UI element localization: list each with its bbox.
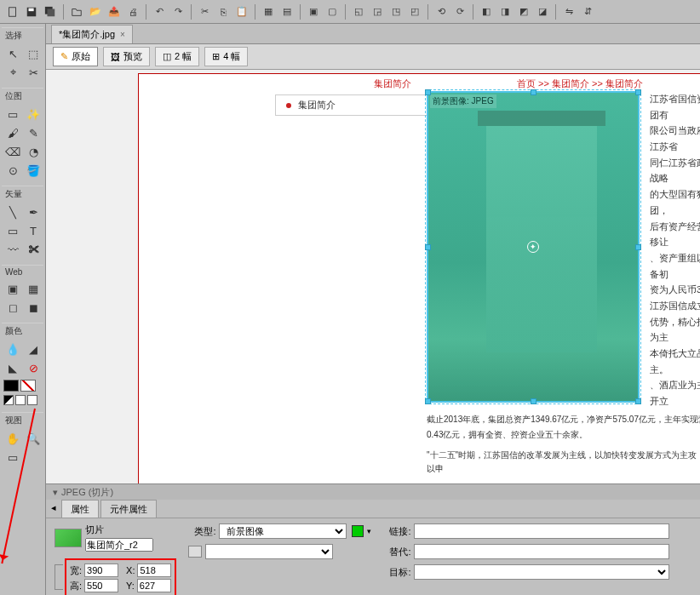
- hotspot-tool-icon[interactable]: ▣: [3, 280, 22, 297]
- save-all-icon[interactable]: [43, 4, 58, 20]
- pointer-tool-icon[interactable]: ↖: [3, 45, 22, 62]
- rotate-left-icon[interactable]: ⟲: [433, 4, 449, 20]
- resize-handle-w[interactable]: [425, 244, 431, 250]
- swatch-none[interactable]: [20, 380, 36, 392]
- resize-handle-sw[interactable]: [425, 398, 431, 404]
- new-icon[interactable]: [5, 4, 20, 20]
- expand-icon[interactable]: ◂: [46, 500, 61, 518]
- line-tool-icon[interactable]: ╲: [3, 203, 22, 220]
- rotate-right-icon[interactable]: ⟳: [452, 4, 468, 20]
- group-icon[interactable]: ▣: [306, 4, 321, 20]
- ungroup-icon[interactable]: ▢: [324, 4, 340, 20]
- slice-tool-icon[interactable]: ▦: [24, 280, 43, 297]
- swatch-black[interactable]: [3, 380, 19, 392]
- save-icon[interactable]: [24, 4, 39, 20]
- alt-input[interactable]: [414, 544, 669, 559]
- swatch-swap[interactable]: [15, 395, 26, 405]
- 4up-icon: ⊞: [212, 51, 220, 62]
- fill-tool-icon[interactable]: 🪣: [24, 162, 43, 179]
- rect-tool-icon[interactable]: ▭: [3, 222, 22, 239]
- back-icon[interactable]: ◰: [407, 4, 422, 20]
- tab-properties[interactable]: 属性: [61, 500, 99, 518]
- resize-handle-se[interactable]: [635, 398, 641, 404]
- front-icon[interactable]: ◱: [351, 4, 366, 20]
- resize-handle-e[interactable]: [635, 244, 641, 250]
- view-4up-button[interactable]: ⊞ 4 幅: [204, 47, 248, 66]
- marquee-tool-icon[interactable]: ▭: [3, 106, 22, 123]
- forward-icon[interactable]: ◲: [370, 4, 385, 20]
- view-original-button[interactable]: ✎ 原始: [53, 47, 98, 66]
- stroke-color-icon[interactable]: ◢: [24, 340, 43, 358]
- target-select[interactable]: [414, 564, 669, 580]
- print-icon[interactable]: 🖨: [125, 4, 141, 20]
- no-color-icon[interactable]: ⊘: [24, 359, 43, 376]
- cut-icon[interactable]: ✂: [197, 4, 212, 20]
- freeform-tool-icon[interactable]: 〰: [3, 241, 22, 258]
- align-icon[interactable]: ▦: [261, 4, 276, 20]
- side-menu: 集团简介: [275, 94, 428, 116]
- file-tab[interactable]: *集团简介.jpg ×: [51, 25, 133, 43]
- swatch-nocolor[interactable]: [27, 395, 37, 405]
- image-icon: 🖼: [111, 52, 120, 62]
- selected-slice[interactable]: 前景图像: JPEG ✦: [427, 91, 640, 403]
- height-input[interactable]: [84, 579, 118, 592]
- subselect-tool-icon[interactable]: ⬚: [24, 45, 43, 62]
- y-input[interactable]: [137, 579, 171, 592]
- path-op3-icon[interactable]: ◩: [516, 4, 531, 20]
- hand-tool-icon[interactable]: ✋: [3, 430, 22, 447]
- swatch-default[interactable]: [3, 395, 14, 405]
- fill-color-icon[interactable]: ◣: [3, 359, 22, 376]
- resize-handle-ne[interactable]: [635, 89, 641, 95]
- path-op4-icon[interactable]: ◪: [535, 4, 550, 20]
- eyedropper-icon[interactable]: 💧: [3, 340, 22, 358]
- stamp-tool-icon[interactable]: ⊙: [3, 162, 22, 179]
- tab-component[interactable]: 元件属性: [100, 500, 157, 518]
- flip-h-icon[interactable]: ⇋: [561, 4, 577, 20]
- distribute-icon[interactable]: ▤: [279, 4, 295, 20]
- brush-tool-icon[interactable]: 🖌: [3, 124, 22, 141]
- open-icon[interactable]: [69, 4, 84, 20]
- blur-tool-icon[interactable]: ◔: [24, 143, 43, 160]
- show-slice-icon[interactable]: ◼: [24, 299, 43, 316]
- flip-v-icon[interactable]: ⇵: [580, 4, 595, 20]
- x-input[interactable]: [137, 564, 171, 577]
- view-2up-button[interactable]: ◫ 2 幅: [155, 47, 199, 66]
- 2up-icon: ◫: [163, 51, 171, 62]
- lock-aspect-icon[interactable]: [55, 564, 63, 590]
- crop-tool-icon[interactable]: ✂: [24, 64, 43, 81]
- wand-tool-icon[interactable]: ✨: [24, 106, 43, 123]
- undo-icon[interactable]: ↶: [152, 4, 167, 20]
- export-icon[interactable]: 📤: [106, 4, 122, 20]
- type-select[interactable]: 前景图像: [219, 523, 347, 539]
- redo-icon[interactable]: ↷: [170, 4, 186, 20]
- paste-icon[interactable]: 📋: [234, 4, 250, 20]
- backward-icon[interactable]: ◳: [388, 4, 404, 20]
- lasso-tool-icon[interactable]: ⌖: [3, 64, 22, 81]
- resize-handle-nw[interactable]: [425, 89, 431, 95]
- path-op2-icon[interactable]: ◨: [497, 4, 513, 20]
- hide-slice-icon[interactable]: ◻: [3, 299, 22, 316]
- eraser-tool-icon[interactable]: ⌫: [3, 143, 22, 160]
- screen-mode-icon[interactable]: ▭: [3, 449, 22, 466]
- view-preview-button[interactable]: 🖼 预览: [103, 47, 150, 66]
- dropdown-icon[interactable]: ▾: [367, 527, 371, 535]
- svg-rect-4: [48, 9, 55, 16]
- pen-tool-icon[interactable]: ✒: [24, 203, 43, 220]
- resize-handle-s[interactable]: [531, 398, 536, 404]
- slice-name-input[interactable]: [85, 538, 153, 552]
- text-tool-icon[interactable]: T: [24, 222, 43, 239]
- slice-color-swatch[interactable]: [352, 525, 364, 537]
- copy-icon[interactable]: ⎘: [215, 4, 231, 20]
- resize-handle-n[interactable]: [531, 89, 536, 95]
- width-input[interactable]: [84, 564, 118, 577]
- link-input[interactable]: [414, 523, 669, 539]
- knife-tool-icon[interactable]: ✀: [24, 241, 43, 258]
- collapse-icon[interactable]: ▾: [53, 487, 58, 498]
- pencil-tool-icon[interactable]: ✎: [24, 124, 43, 141]
- close-tab-icon[interactable]: ×: [120, 30, 125, 39]
- import-icon[interactable]: 📂: [88, 4, 103, 20]
- menu-item[interactable]: 集团简介: [276, 95, 427, 115]
- format-select[interactable]: [205, 544, 333, 559]
- canvas[interactable]: 集团简介 首页 >> 集团简介 >> 集团简介 集团简介 前景图像: JPEG …: [46, 70, 700, 483]
- path-op1-icon[interactable]: ◧: [479, 4, 494, 20]
